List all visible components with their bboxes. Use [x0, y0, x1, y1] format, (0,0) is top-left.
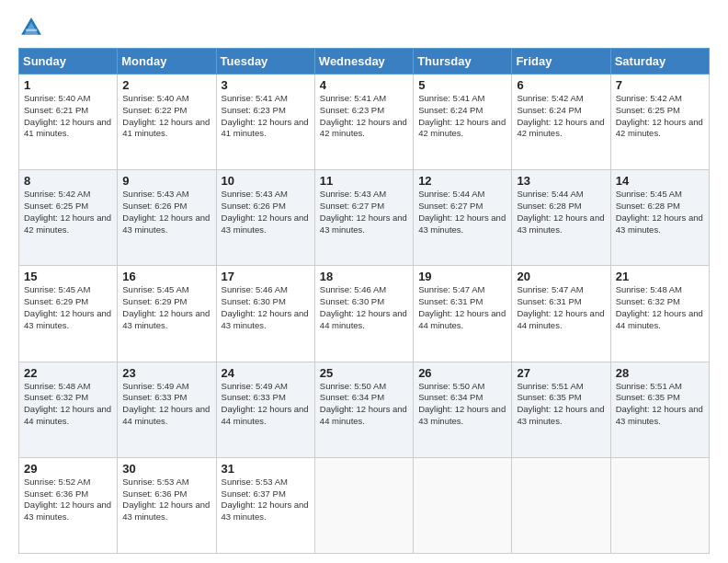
table-row: 24 Sunrise: 5:49 AM Sunset: 6:33 PM Dayl…	[216, 362, 314, 457]
table-row: 25 Sunrise: 5:50 AM Sunset: 6:34 PM Dayl…	[314, 362, 413, 457]
sunrise-label: Sunrise: 5:43 AM	[222, 189, 288, 199]
sunrise-label: Sunrise: 5:41 AM	[418, 93, 484, 103]
sunset-label: Sunset: 6:22 PM	[122, 105, 187, 115]
sunset-label: Sunset: 6:25 PM	[24, 201, 88, 211]
page: Sunday Monday Tuesday Wednesday Thursday…	[0, 0, 728, 563]
day-number: 6	[517, 78, 605, 92]
day-info: Sunrise: 5:50 AM Sunset: 6:34 PM Dayligh…	[418, 381, 506, 428]
sunrise-label: Sunrise: 5:46 AM	[222, 284, 288, 294]
col-tuesday: Tuesday	[216, 49, 314, 75]
sunrise-label: Sunrise: 5:48 AM	[616, 284, 682, 294]
sunrise-label: Sunrise: 5:41 AM	[320, 93, 386, 103]
sunrise-label: Sunrise: 5:44 AM	[517, 189, 583, 199]
day-info: Sunrise: 5:51 AM Sunset: 6:35 PM Dayligh…	[517, 381, 605, 428]
day-info: Sunrise: 5:44 AM Sunset: 6:28 PM Dayligh…	[517, 189, 605, 236]
daylight-label: Daylight: 12 hours and 42 minutes.	[616, 117, 703, 139]
sunrise-label: Sunrise: 5:41 AM	[222, 93, 288, 103]
sunrise-label: Sunrise: 5:51 AM	[616, 381, 682, 391]
day-info: Sunrise: 5:41 AM Sunset: 6:24 PM Dayligh…	[418, 93, 506, 140]
sunset-label: Sunset: 6:21 PM	[24, 105, 88, 115]
day-info: Sunrise: 5:46 AM Sunset: 6:30 PM Dayligh…	[320, 284, 408, 331]
table-row: 11 Sunrise: 5:43 AM Sunset: 6:27 PM Dayl…	[314, 170, 413, 266]
day-info: Sunrise: 5:41 AM Sunset: 6:23 PM Dayligh…	[222, 93, 310, 140]
day-number: 27	[517, 366, 605, 380]
sunrise-label: Sunrise: 5:50 AM	[320, 381, 386, 391]
daylight-label: Daylight: 12 hours and 44 minutes.	[222, 404, 309, 426]
day-number: 30	[122, 462, 210, 476]
sunset-label: Sunset: 6:24 PM	[418, 105, 483, 115]
table-row: 22 Sunrise: 5:48 AM Sunset: 6:32 PM Dayl…	[19, 362, 118, 457]
sunset-label: Sunset: 6:26 PM	[122, 201, 187, 211]
daylight-label: Daylight: 12 hours and 43 minutes.	[122, 500, 210, 522]
sunrise-label: Sunrise: 5:43 AM	[122, 189, 188, 199]
day-number: 31	[222, 462, 310, 476]
daylight-label: Daylight: 12 hours and 43 minutes.	[122, 213, 210, 235]
sunset-label: Sunset: 6:23 PM	[320, 105, 384, 115]
sunrise-label: Sunrise: 5:49 AM	[122, 381, 188, 391]
sunset-label: Sunset: 6:28 PM	[517, 201, 581, 211]
daylight-label: Daylight: 12 hours and 41 minutes.	[122, 117, 210, 139]
col-thursday: Thursday	[414, 49, 512, 75]
table-row	[414, 457, 512, 553]
sunrise-label: Sunrise: 5:48 AM	[24, 381, 90, 391]
sunset-label: Sunset: 6:37 PM	[222, 488, 286, 499]
sunrise-label: Sunrise: 5:44 AM	[418, 189, 484, 199]
daylight-label: Daylight: 12 hours and 43 minutes.	[222, 500, 309, 522]
sunset-label: Sunset: 6:30 PM	[222, 296, 286, 306]
table-row	[512, 457, 610, 553]
day-number: 14	[616, 174, 704, 188]
daylight-label: Daylight: 12 hours and 42 minutes.	[320, 117, 407, 139]
day-number: 19	[418, 270, 506, 283]
day-number: 8	[24, 174, 112, 188]
table-row: 6 Sunrise: 5:42 AM Sunset: 6:24 PM Dayli…	[512, 75, 610, 170]
calendar-week-row: 29 Sunrise: 5:52 AM Sunset: 6:36 PM Dayl…	[19, 457, 710, 553]
daylight-label: Daylight: 12 hours and 43 minutes.	[122, 308, 210, 330]
sunset-label: Sunset: 6:36 PM	[24, 488, 88, 499]
day-info: Sunrise: 5:49 AM Sunset: 6:33 PM Dayligh…	[222, 381, 310, 428]
table-row: 13 Sunrise: 5:44 AM Sunset: 6:28 PM Dayl…	[512, 170, 610, 266]
day-info: Sunrise: 5:53 AM Sunset: 6:37 PM Dayligh…	[222, 477, 310, 523]
sunrise-label: Sunrise: 5:40 AM	[24, 93, 90, 103]
sunset-label: Sunset: 6:32 PM	[616, 296, 680, 306]
table-row: 1 Sunrise: 5:40 AM Sunset: 6:21 PM Dayli…	[19, 75, 118, 170]
day-info: Sunrise: 5:47 AM Sunset: 6:31 PM Dayligh…	[517, 284, 605, 331]
daylight-label: Daylight: 12 hours and 43 minutes.	[24, 308, 111, 330]
table-row: 9 Sunrise: 5:43 AM Sunset: 6:26 PM Dayli…	[118, 170, 216, 266]
daylight-label: Daylight: 12 hours and 44 minutes.	[616, 308, 703, 330]
day-number: 25	[320, 366, 408, 380]
sunset-label: Sunset: 6:32 PM	[24, 392, 88, 402]
day-info: Sunrise: 5:43 AM Sunset: 6:26 PM Dayligh…	[222, 189, 310, 236]
sunrise-label: Sunrise: 5:49 AM	[222, 381, 288, 391]
sunrise-label: Sunrise: 5:50 AM	[418, 381, 484, 391]
daylight-label: Daylight: 12 hours and 43 minutes.	[24, 500, 111, 522]
day-info: Sunrise: 5:50 AM Sunset: 6:34 PM Dayligh…	[320, 381, 408, 428]
daylight-label: Daylight: 12 hours and 44 minutes.	[122, 404, 210, 426]
day-info: Sunrise: 5:40 AM Sunset: 6:21 PM Dayligh…	[24, 93, 112, 140]
day-info: Sunrise: 5:53 AM Sunset: 6:36 PM Dayligh…	[122, 477, 210, 523]
table-row: 17 Sunrise: 5:46 AM Sunset: 6:30 PM Dayl…	[216, 266, 314, 362]
sunrise-label: Sunrise: 5:47 AM	[418, 284, 484, 294]
day-number: 7	[616, 78, 704, 92]
daylight-label: Daylight: 12 hours and 43 minutes.	[418, 404, 506, 426]
sunset-label: Sunset: 6:33 PM	[122, 392, 187, 402]
logo	[18, 15, 48, 40]
day-info: Sunrise: 5:45 AM Sunset: 6:28 PM Dayligh…	[616, 189, 704, 236]
table-row	[314, 457, 413, 553]
daylight-label: Daylight: 12 hours and 42 minutes.	[24, 213, 111, 235]
day-number: 17	[222, 270, 310, 283]
sunset-label: Sunset: 6:33 PM	[222, 392, 286, 402]
calendar-week-row: 15 Sunrise: 5:45 AM Sunset: 6:29 PM Dayl…	[19, 266, 710, 362]
day-info: Sunrise: 5:41 AM Sunset: 6:23 PM Dayligh…	[320, 93, 408, 140]
day-number: 16	[122, 270, 210, 283]
sunset-label: Sunset: 6:31 PM	[418, 296, 483, 306]
sunrise-label: Sunrise: 5:53 AM	[122, 477, 188, 487]
day-number: 9	[122, 174, 210, 188]
sunset-label: Sunset: 6:34 PM	[320, 392, 384, 402]
table-row: 15 Sunrise: 5:45 AM Sunset: 6:29 PM Dayl…	[19, 266, 118, 362]
table-row: 7 Sunrise: 5:42 AM Sunset: 6:25 PM Dayli…	[610, 75, 709, 170]
sunset-label: Sunset: 6:36 PM	[122, 488, 187, 499]
table-row: 26 Sunrise: 5:50 AM Sunset: 6:34 PM Dayl…	[414, 362, 512, 457]
sunset-label: Sunset: 6:35 PM	[616, 392, 680, 402]
sunrise-label: Sunrise: 5:52 AM	[24, 477, 90, 487]
table-row: 4 Sunrise: 5:41 AM Sunset: 6:23 PM Dayli…	[314, 75, 413, 170]
